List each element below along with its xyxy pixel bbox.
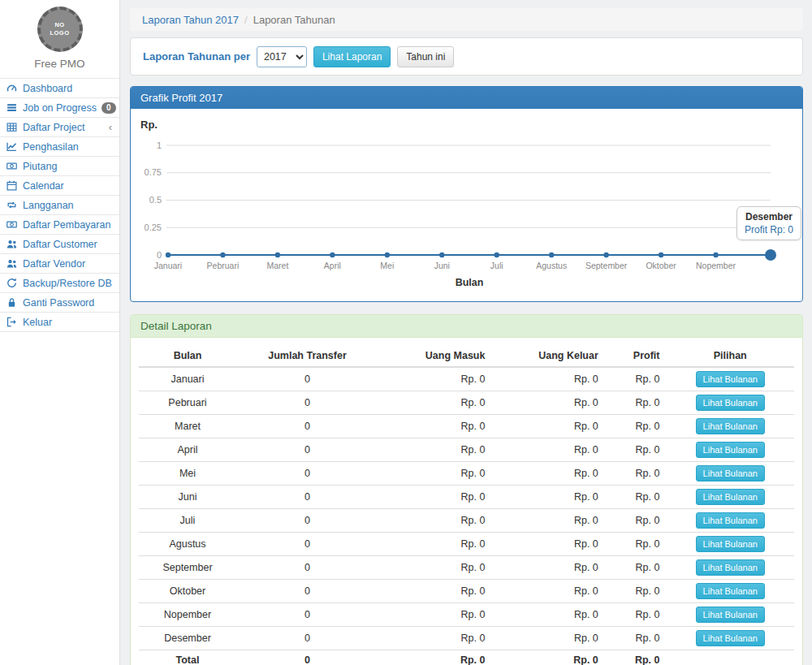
sidebar-item-daftar-vendor[interactable]: Daftar Vendor: [0, 254, 119, 274]
cell-pilihan: Lihat Bulanan: [666, 509, 794, 533]
sidebar-item-job-on-progress[interactable]: Job on Progress 0: [0, 98, 119, 118]
cell-uang-masuk: Rp. 0: [378, 603, 491, 627]
sidebar-item-piutang[interactable]: Piutang: [0, 157, 119, 176]
cell-profit: Rp. 0: [605, 438, 667, 462]
sidebar-item-daftar-pembayaran[interactable]: Daftar Pembayaran: [0, 215, 119, 235]
breadcrumb-link-laporan-tahun[interactable]: Laporan Tahun 2017: [142, 14, 239, 26]
refresh-icon: [6, 278, 18, 288]
cell-bulan: Juni: [139, 486, 236, 509]
lock-icon: [6, 297, 18, 308]
sidebar-item-keluar[interactable]: Keluar: [0, 313, 119, 332]
col-bulan: Bulan: [139, 345, 236, 367]
breadcrumb-current: Laporan Tahunan: [253, 14, 335, 26]
chart-tooltip-title: Desember: [745, 211, 793, 222]
sidebar-item-ganti-password[interactable]: Ganti Password: [0, 293, 119, 313]
sidebar-item-daftar-customer[interactable]: Daftar Customer: [0, 235, 119, 254]
cell-profit: Rp. 0: [605, 509, 667, 533]
breadcrumb: Laporan Tahun 2017 / Laporan Tahunan: [130, 8, 803, 31]
no-logo-badge: NO LOGO: [37, 6, 83, 52]
count-badge: 0: [102, 102, 116, 114]
lihat-bulanan-button[interactable]: Lihat Bulanan: [696, 607, 765, 623]
cell-uang-masuk: Rp. 0: [378, 391, 491, 415]
chevron-left-icon: ‹: [109, 123, 114, 132]
col-pilihan: Pilihan: [666, 345, 794, 367]
cell-pilihan: Lihat Bulanan: [666, 627, 794, 650]
report-table: Bulan Jumlah Transfer Uang Masuk Uang Ke…: [139, 345, 794, 665]
tasks-icon: [6, 102, 18, 113]
year-select[interactable]: 2017: [257, 46, 307, 67]
lihat-bulanan-button[interactable]: Lihat Bulanan: [696, 489, 765, 505]
table-header-row: Bulan Jumlah Transfer Uang Masuk Uang Ke…: [139, 345, 794, 367]
cell-bulan: Agustus: [139, 533, 236, 556]
filter-panel: Laporan Tahunan per 2017 Lihat Laporan T…: [130, 37, 803, 76]
svg-text:Nopember: Nopember: [696, 261, 736, 270]
svg-text:0.75: 0.75: [145, 167, 162, 177]
cell-jumlah-transfer: 0: [236, 367, 378, 391]
page: NO LOGO Free PMO Dashboard Job on Progre…: [0, 0, 812, 665]
sidebar-item-calendar[interactable]: Calendar: [0, 176, 119, 196]
cell-profit: Rp. 0: [605, 415, 667, 438]
table-row: Agustus 0 Rp. 0 Rp. 0 Rp. 0 Lihat Bulana…: [139, 533, 794, 556]
svg-text:Bulan: Bulan: [456, 277, 484, 288]
lihat-bulanan-button[interactable]: Lihat Bulanan: [696, 630, 765, 646]
svg-text:Maret: Maret: [266, 261, 288, 270]
sidebar-item-dashboard[interactable]: Dashboard: [0, 79, 119, 98]
cell-uang-masuk: Rp. 0: [378, 462, 491, 486]
svg-text:Juli: Juli: [490, 261, 503, 270]
cell-uang-keluar: Rp. 0: [491, 415, 604, 438]
table-row: Desember 0 Rp. 0 Rp. 0 Rp. 0 Lihat Bulan…: [139, 627, 794, 650]
chart-panel-title: Grafik Profit 2017: [131, 87, 802, 109]
main-layout: NO LOGO Free PMO Dashboard Job on Progre…: [0, 0, 812, 665]
cell-uang-keluar: Rp. 0: [491, 509, 604, 533]
lihat-bulanan-button[interactable]: Lihat Bulanan: [696, 371, 765, 387]
cell-uang-masuk: Rp. 0: [378, 415, 491, 438]
cell-bulan: Maret: [139, 415, 236, 438]
sidebar-item-penghasilan[interactable]: Penghasilan: [0, 137, 119, 157]
profit-chart-panel: Grafik Profit 2017 Rp.10.750.50.250Janua…: [130, 86, 803, 302]
cell-bulan: Mei: [139, 462, 236, 486]
cell-profit: Rp. 0: [605, 486, 667, 509]
chart-body: Rp.10.750.50.250JanuariPebruariMaretApri…: [131, 109, 802, 301]
sidebar-item-backup-restore-db[interactable]: Backup/Restore DB: [0, 274, 119, 293]
cell-pilihan: Lihat Bulanan: [666, 391, 794, 415]
cell-pilihan: Lihat Bulanan: [666, 462, 794, 486]
svg-text:0.25: 0.25: [145, 222, 162, 232]
cell-uang-keluar: Rp. 0: [491, 533, 604, 556]
cell-pilihan: Lihat Bulanan: [666, 486, 794, 509]
lihat-bulanan-button[interactable]: Lihat Bulanan: [696, 395, 765, 411]
table-row: Maret 0 Rp. 0 Rp. 0 Rp. 0 Lihat Bulanan: [139, 415, 794, 438]
cell-pilihan: Lihat Bulanan: [666, 580, 794, 603]
total-label: Total: [139, 650, 236, 665]
sidebar-menu: Dashboard Job on Progress 0 Daftar Proje…: [0, 78, 119, 332]
cell-profit: Rp. 0: [605, 462, 667, 486]
cell-pilihan: Lihat Bulanan: [666, 438, 794, 462]
tahun-ini-button[interactable]: Tahun ini: [397, 46, 454, 67]
cell-pilihan: Lihat Bulanan: [666, 533, 794, 556]
svg-text:Oktober: Oktober: [646, 261, 676, 270]
sidebar-item-daftar-project[interactable]: Daftar Project ‹: [0, 118, 119, 137]
table-icon: [6, 122, 18, 132]
cell-bulan: April: [139, 438, 236, 462]
cell-bulan: Pebruari: [139, 391, 236, 415]
lihat-laporan-button[interactable]: Lihat Laporan: [313, 46, 391, 67]
lihat-bulanan-button[interactable]: Lihat Bulanan: [696, 442, 765, 458]
cell-profit: Rp. 0: [605, 627, 667, 650]
cell-profit: Rp. 0: [605, 603, 667, 627]
lihat-bulanan-button[interactable]: Lihat Bulanan: [696, 583, 765, 599]
cell-uang-keluar: Rp. 0: [491, 580, 604, 603]
lihat-bulanan-button[interactable]: Lihat Bulanan: [696, 465, 765, 481]
filter-label: Laporan Tahunan per: [143, 50, 250, 63]
lihat-bulanan-button[interactable]: Lihat Bulanan: [696, 559, 765, 576]
lihat-bulanan-button[interactable]: Lihat Bulanan: [696, 512, 765, 529]
lihat-bulanan-button[interactable]: Lihat Bulanan: [696, 536, 765, 552]
cell-uang-masuk: Rp. 0: [378, 627, 491, 650]
cell-jumlah-transfer: 0: [236, 627, 378, 650]
profit-line-chart[interactable]: Rp.10.750.50.250JanuariPebruariMaretApri…: [131, 109, 802, 301]
total-jumlah-transfer: 0: [236, 650, 378, 665]
lihat-bulanan-button[interactable]: Lihat Bulanan: [696, 418, 765, 434]
cell-uang-masuk: Rp. 0: [378, 486, 491, 509]
cell-uang-keluar: Rp. 0: [491, 367, 604, 391]
cell-bulan: Nopember: [139, 603, 236, 627]
sidebar-item-langganan[interactable]: Langganan: [0, 196, 119, 215]
cell-pilihan: Lihat Bulanan: [666, 603, 794, 627]
